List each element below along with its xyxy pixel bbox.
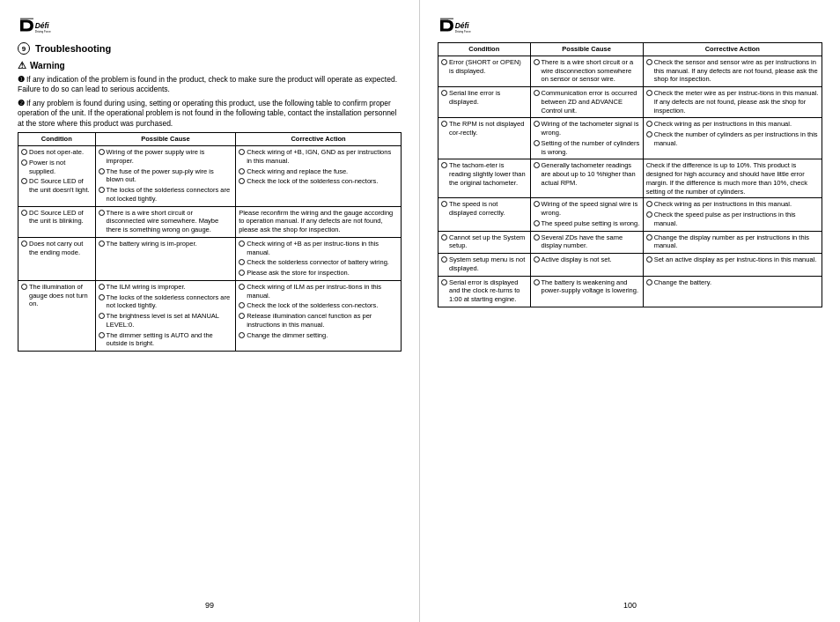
table-row: Error (SHORT or OPEN) is displayed. Ther… xyxy=(438,56,822,86)
table-row: The speed is not displayed correctly. Wi… xyxy=(438,198,822,231)
svg-text:Driving Force: Driving Force xyxy=(35,30,51,33)
table-row: Does not carry out the ending mode. The … xyxy=(18,237,402,280)
right-logo: Défi Driving Force xyxy=(438,16,822,35)
section-number: 9 xyxy=(18,42,30,55)
section-title: 9 Troubleshooting xyxy=(18,42,402,55)
table-row: DC Source LED of the unit is blinking. T… xyxy=(18,206,402,237)
section-label: Troubleshooting xyxy=(35,43,111,54)
col-condition: Condition xyxy=(18,133,96,146)
warning-text-2: ❷If any problem is found during using, s… xyxy=(18,99,402,129)
warning-label: Warning xyxy=(30,61,65,70)
table-row: Cannot set up the System setup. Several … xyxy=(438,231,822,254)
svg-text:Défi: Défi xyxy=(35,21,50,30)
page-number-right: 100 xyxy=(438,596,822,610)
warning-title: ⚠ Warning xyxy=(18,60,402,71)
warning-icon: ⚠ xyxy=(18,60,26,71)
table-row: The illumination of gauge does not turn … xyxy=(18,280,402,351)
table-row: System setup menu is not displayed. Acti… xyxy=(438,254,822,277)
troubleshoot-table-right: Condition Possible Cause Corrective Acti… xyxy=(438,42,822,307)
right-page: Défi Driving Force Condition Possible Ca… xyxy=(420,0,840,622)
left-logo: Défi Driving Force xyxy=(18,16,402,35)
table-row: The RPM is not displayed cor-rectly. Wir… xyxy=(438,118,822,159)
warning-text-1: ❶If any indication of the problem is fou… xyxy=(18,75,402,95)
svg-text:Driving Force: Driving Force xyxy=(455,30,471,33)
table-row: The tachom-eter is reading slightly lowe… xyxy=(438,159,822,198)
col-action-r: Corrective Action xyxy=(643,43,822,56)
col-cause-r: Possible Cause xyxy=(530,43,643,56)
defi-logo-left: Défi Driving Force xyxy=(18,16,70,35)
svg-text:Défi: Défi xyxy=(455,21,470,30)
table-row: Serial error is displayed and the clock … xyxy=(438,276,822,307)
table-row: Does not oper-ate. Power is not supplied… xyxy=(18,146,402,207)
troubleshoot-table-left: Condition Possible Cause Corrective Acti… xyxy=(18,132,402,352)
col-action: Corrective Action xyxy=(236,133,402,146)
col-cause: Possible Cause xyxy=(95,133,236,146)
col-condition-r: Condition xyxy=(438,43,531,56)
table-row: Serial line error is displayed. Communic… xyxy=(438,87,822,118)
left-page: Défi Driving Force 9 Troubleshooting ⚠ W… xyxy=(0,0,420,622)
page-number-left: 99 xyxy=(18,596,402,610)
defi-logo-right: Défi Driving Force xyxy=(438,16,490,35)
